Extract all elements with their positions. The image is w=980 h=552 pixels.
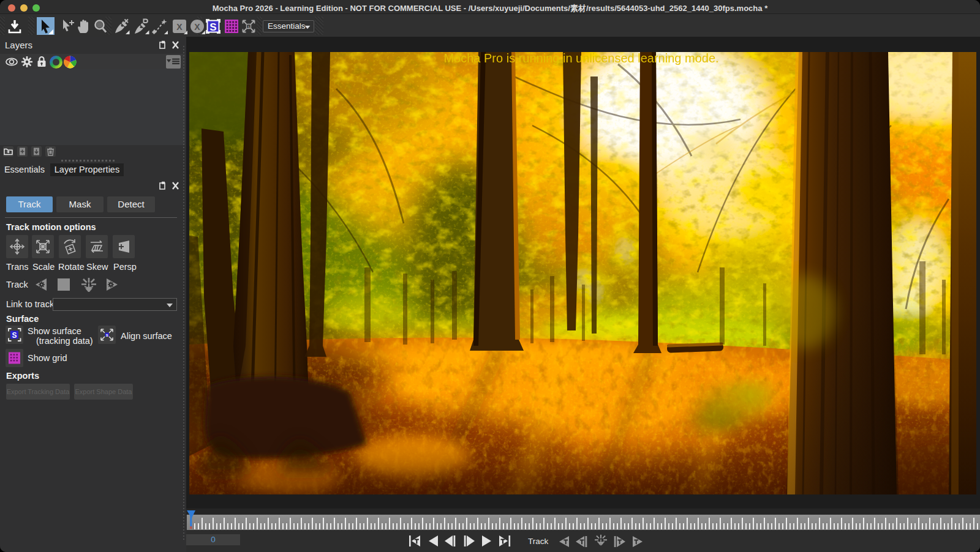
svg-text:X: X [176,22,183,32]
svg-text:X: X [194,22,200,32]
svg-text:S: S [209,21,216,33]
svg-text:s: s [106,333,108,337]
svg-text:S: S [12,331,17,340]
